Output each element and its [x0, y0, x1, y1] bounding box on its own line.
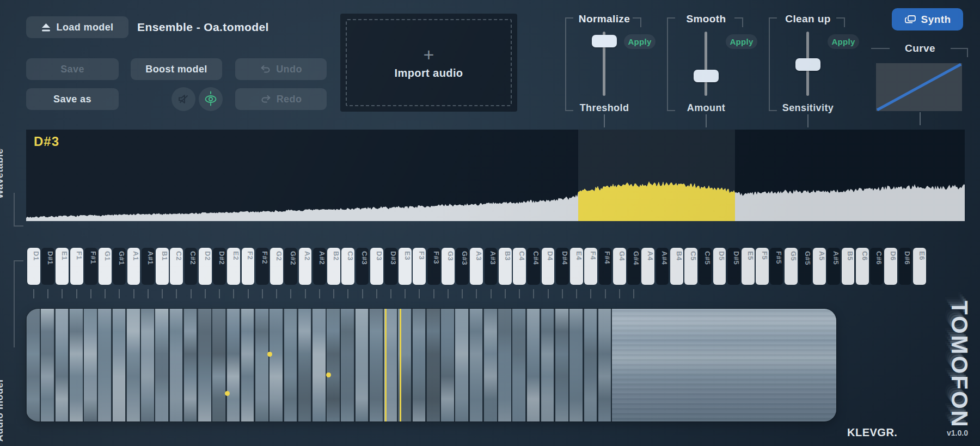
piano-key-E6[interactable]: E6 — [913, 248, 926, 285]
eye-icon — [204, 91, 218, 107]
model-point-dot[interactable] — [326, 372, 331, 377]
piano-key-A1[interactable]: A1 — [127, 248, 140, 285]
audio-model-bar — [555, 309, 568, 421]
piano-key-As1[interactable]: A#1 — [142, 248, 155, 285]
piano-key-Cs4[interactable]: C#4 — [527, 248, 540, 285]
piano-key-B2[interactable]: B2 — [327, 248, 340, 285]
piano-key-As4[interactable]: A#4 — [656, 248, 669, 285]
piano-key-G1[interactable]: G1 — [99, 248, 112, 285]
piano-key-B3[interactable]: B3 — [499, 248, 512, 285]
normalize-slider-handle[interactable] — [592, 35, 617, 47]
key-tick — [205, 289, 206, 298]
piano-key-Gs2[interactable]: G#2 — [284, 248, 297, 285]
save-as-button[interactable]: Save as — [26, 88, 119, 110]
key-label: A5 — [813, 251, 826, 261]
piano-key-Fs3[interactable]: F#3 — [427, 248, 440, 285]
piano-key-F1[interactable]: F1 — [70, 248, 83, 285]
piano-key-Ds6[interactable]: D#6 — [899, 248, 912, 285]
wavetable-display[interactable]: D#3 — [26, 130, 965, 221]
key-tick — [119, 289, 120, 298]
piano-key-D6[interactable]: D6 — [884, 248, 897, 285]
curve-line — [877, 64, 961, 110]
save-button[interactable]: Save — [26, 58, 119, 80]
key-label: A#4 — [656, 251, 669, 265]
piano-key-C5[interactable]: C5 — [684, 248, 697, 285]
piano-key-E1[interactable]: E1 — [56, 248, 69, 285]
piano-key-Fs2[interactable]: F#2 — [256, 248, 269, 285]
mute-button[interactable] — [171, 87, 195, 111]
audio-model-bar — [198, 309, 211, 421]
piano-key-B5[interactable]: B5 — [842, 248, 855, 285]
piano-key-As3[interactable]: A#3 — [485, 248, 498, 285]
piano-key-Cs2[interactable]: C#2 — [185, 248, 198, 285]
smooth-slider-handle[interactable] — [694, 70, 719, 82]
piano-key-C2[interactable]: C2 — [170, 248, 183, 285]
piano-key-Ds5[interactable]: D#5 — [727, 248, 740, 285]
cleanup-slider-handle[interactable] — [795, 58, 820, 71]
piano-key-F2[interactable]: F2 — [242, 248, 255, 285]
piano-key-F3[interactable]: F3 — [413, 248, 426, 285]
piano-key-Cs3[interactable]: C#3 — [356, 248, 369, 285]
undo-button[interactable]: Undo — [235, 58, 327, 80]
piano-key-Ds4[interactable]: D#4 — [556, 248, 569, 285]
piano-key-D2[interactable]: D2 — [199, 248, 212, 285]
piano-key-A3[interactable]: A3 — [470, 248, 483, 285]
piano-key-Ds2[interactable]: D#2 — [213, 248, 226, 285]
key-label: D3 — [370, 251, 383, 261]
bracket — [14, 225, 23, 227]
piano-key-F5[interactable]: F5 — [756, 248, 769, 285]
piano-key-E3[interactable]: E3 — [399, 248, 412, 285]
piano-key-C6[interactable]: C6 — [856, 248, 869, 285]
piano-key-Gs3[interactable]: G#3 — [456, 248, 469, 285]
piano-key-D3[interactable]: D3 — [370, 248, 383, 285]
cleanup-apply-button[interactable]: Apply — [828, 34, 859, 49]
piano-key-D5[interactable]: D5 — [713, 248, 726, 285]
curve-display[interactable] — [876, 63, 962, 111]
piano-key-B1[interactable]: B1 — [156, 248, 169, 285]
piano-key-D1[interactable]: D1 — [27, 248, 40, 285]
piano-key-Gs5[interactable]: G#5 — [799, 248, 812, 285]
piano-key-Cs6[interactable]: C#6 — [870, 248, 883, 285]
piano-key-A2[interactable]: A2 — [299, 248, 312, 285]
piano-key-G3[interactable]: G3 — [442, 248, 455, 285]
boost-model-button[interactable]: Boost model — [131, 58, 222, 80]
piano-key-C3[interactable]: C3 — [341, 248, 354, 285]
key-tick — [33, 289, 34, 298]
piano-key-A4[interactable]: A4 — [641, 248, 654, 285]
model-point-dot[interactable] — [267, 352, 272, 357]
connector-line — [807, 114, 808, 127]
import-audio-dropzone[interactable]: + Import audio — [340, 14, 517, 112]
model-point-dot[interactable] — [225, 391, 230, 396]
piano-key-A5[interactable]: A5 — [813, 248, 826, 285]
piano-key-G2[interactable]: G2 — [270, 248, 283, 285]
piano-key-D4[interactable]: D4 — [542, 248, 555, 285]
piano-key-G4[interactable]: G4 — [613, 248, 626, 285]
cleanup-title: Clean up — [751, 13, 865, 25]
piano-key-Gs4[interactable]: G#4 — [627, 248, 640, 285]
piano-key-Fs5[interactable]: F#5 — [770, 248, 783, 285]
piano-key-C4[interactable]: C4 — [513, 248, 526, 285]
synth-button[interactable]: Synth — [892, 8, 963, 30]
piano-key-B4[interactable]: B4 — [670, 248, 683, 285]
piano-key-G5[interactable]: G5 — [785, 248, 798, 285]
piano-key-Cs5[interactable]: C#5 — [699, 248, 712, 285]
load-model-button[interactable]: Load model — [26, 16, 128, 38]
piano-key-Gs1[interactable]: G#1 — [113, 248, 126, 285]
piano-key-Ds1[interactable]: D#1 — [41, 248, 54, 285]
audio-model-bar — [141, 309, 154, 421]
piano-key-Fs4[interactable]: F#4 — [599, 248, 612, 285]
piano-key-As2[interactable]: A#2 — [313, 248, 326, 285]
visibility-button[interactable] — [199, 87, 223, 111]
piano-key-Ds3[interactable]: D#3 — [384, 248, 397, 285]
eject-icon — [41, 23, 51, 32]
smooth-slider-track[interactable] — [705, 32, 707, 96]
normalize-title: Normalize — [547, 13, 661, 25]
piano-key-E2[interactable]: E2 — [227, 248, 240, 285]
piano-key-F4[interactable]: F4 — [584, 248, 597, 285]
audio-model-display[interactable] — [26, 309, 836, 421]
piano-key-E4[interactable]: E4 — [570, 248, 583, 285]
piano-key-Fs1[interactable]: F#1 — [84, 248, 97, 285]
piano-key-As5[interactable]: A#5 — [827, 248, 840, 285]
redo-button[interactable]: Redo — [235, 88, 327, 110]
piano-key-E5[interactable]: E5 — [742, 248, 755, 285]
